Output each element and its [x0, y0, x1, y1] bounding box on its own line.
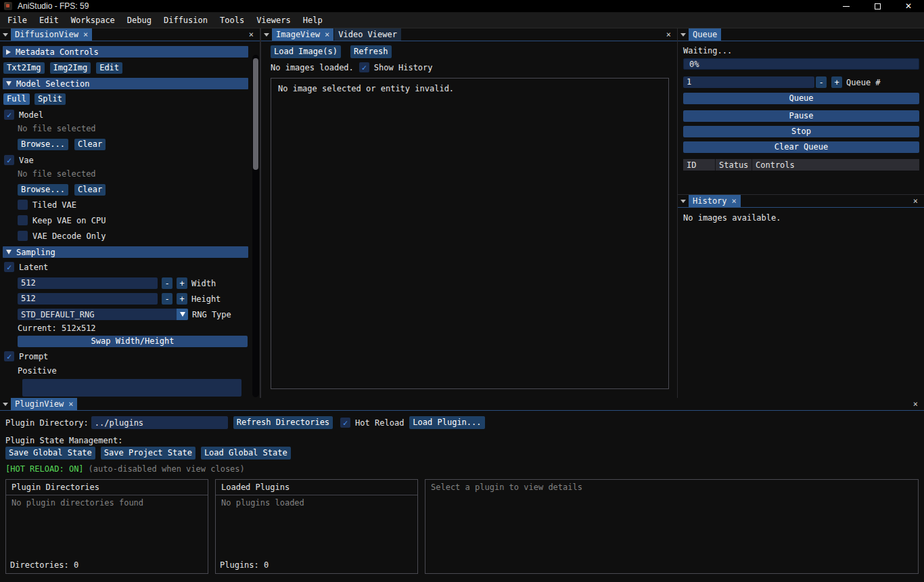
hot-reload-checkbox[interactable]: ✓	[340, 418, 350, 428]
model-checkbox[interactable]: ✓	[4, 110, 14, 120]
tab-close-icon[interactable]: ×	[732, 196, 737, 206]
vae-label: Vae	[19, 156, 34, 165]
panel-close-icon[interactable]: ×	[910, 398, 921, 410]
txt2img-button[interactable]: Txt2Img	[3, 62, 45, 74]
menu-viewers[interactable]: Viewers	[250, 12, 297, 28]
queue-button[interactable]: Queue	[683, 93, 919, 104]
pause-button[interactable]: Pause	[683, 110, 919, 122]
full-layout-button[interactable]: Full	[3, 93, 30, 105]
swap-width-height-button[interactable]: Swap Width/Height	[18, 336, 248, 347]
height-plus-button[interactable]: +	[177, 293, 187, 305]
rng-type-combo[interactable]: STD_DEFAULT_RNG	[18, 309, 188, 320]
menu-debug[interactable]: Debug	[121, 12, 158, 28]
split-layout-button[interactable]: Split	[34, 93, 66, 105]
combo-arrow-icon[interactable]	[177, 309, 188, 320]
show-history-label: Show History	[374, 63, 433, 72]
positive-prompt-input[interactable]	[22, 379, 241, 397]
save-global-state-button[interactable]: Save Global State	[5, 447, 95, 460]
latent-checkbox[interactable]: ✓	[4, 262, 14, 272]
refresh-directories-button[interactable]: Refresh Directories	[233, 416, 333, 429]
width-input[interactable]	[18, 277, 158, 289]
latent-label: Latent	[19, 263, 48, 272]
show-history-checkbox[interactable]: ✓	[359, 62, 369, 72]
tab-close-icon[interactable]: ×	[325, 30, 329, 39]
keep-vae-cpu-label: Keep VAE on CPU	[32, 216, 106, 225]
refresh-button[interactable]: Refresh	[350, 45, 392, 58]
window-menu-icon[interactable]	[678, 195, 689, 207]
check-icon: ✓	[7, 156, 11, 165]
menu-workspace[interactable]: Workspace	[65, 12, 121, 28]
panel-close-icon[interactable]: ×	[910, 195, 921, 207]
tab-queue[interactable]: Queue	[689, 28, 721, 41]
window-menu-icon[interactable]	[0, 28, 11, 41]
window-menu-icon[interactable]	[261, 28, 272, 41]
clear-queue-button[interactable]: Clear Queue	[683, 141, 919, 153]
height-input[interactable]	[18, 293, 158, 305]
plugin-directory-input[interactable]	[91, 416, 228, 429]
prompt-checkbox[interactable]: ✓	[4, 351, 14, 361]
model-selection-header[interactable]: Model Selection	[3, 78, 248, 89]
height-label: Height	[191, 294, 221, 304]
stop-button[interactable]: Stop	[683, 126, 919, 137]
width-minus-button[interactable]: -	[162, 277, 172, 289]
maximize-icon[interactable]	[862, 0, 893, 12]
hot-reload-status: [HOT RELOAD: ON]	[5, 464, 84, 474]
current-size-text: Current: 512x512	[18, 323, 96, 333]
queue-count-input[interactable]	[683, 76, 814, 88]
menu-help[interactable]: Help	[297, 12, 329, 28]
minimize-icon[interactable]	[831, 0, 862, 12]
vae-clear-button[interactable]: Clear	[74, 184, 106, 196]
model-file-status: No file selected	[18, 124, 96, 133]
queue-table-header-controls: Controls	[752, 159, 919, 171]
close-icon[interactable]: ✕	[893, 0, 924, 12]
scrollbar-track[interactable]	[252, 55, 259, 397]
tiled-vae-checkbox[interactable]	[18, 200, 28, 210]
menu-diffusion[interactable]: Diffusion	[158, 12, 214, 28]
diffusion-panel: DiffusionView × × Metadata Controls Txt2…	[0, 28, 260, 398]
height-minus-button[interactable]: -	[162, 293, 172, 305]
tab-close-icon[interactable]: ×	[68, 399, 73, 409]
titlebar: AniStudio - FPS: 59 ✕	[0, 0, 924, 12]
tab-pluginview[interactable]: PluginView ×	[11, 398, 77, 410]
width-plus-button[interactable]: +	[177, 277, 187, 289]
edit-button[interactable]: Edit	[96, 62, 122, 74]
vae-checkbox[interactable]: ✓	[4, 155, 14, 165]
img2img-button[interactable]: Img2Img	[50, 62, 91, 74]
load-plugin-button[interactable]: Load Plugin...	[409, 416, 484, 429]
queue-progress-bar: 0%	[683, 58, 919, 70]
model-browse-button[interactable]: Browse...	[18, 139, 68, 150]
history-panel: History × × No images available.	[678, 195, 924, 398]
menu-edit[interactable]: Edit	[33, 12, 65, 28]
hot-reload-label: Hot Reload	[355, 418, 404, 428]
load-images-button[interactable]: Load Image(s)	[271, 45, 341, 58]
window-title: AniStudio - FPS: 59	[18, 1, 89, 11]
vae-file-status: No file selected	[18, 169, 96, 179]
panel-close-icon[interactable]: ×	[664, 28, 674, 41]
metadata-controls-header[interactable]: Metadata Controls	[3, 46, 248, 58]
tab-close-icon[interactable]: ×	[83, 30, 88, 39]
tab-imageview[interactable]: ImageView ×	[272, 28, 333, 41]
queue-minus-button[interactable]: -	[816, 76, 827, 88]
panel-close-icon[interactable]: ×	[246, 28, 256, 41]
plugins-count: Plugins: 0	[220, 560, 269, 570]
sampling-header[interactable]: Sampling	[3, 246, 248, 258]
tab-diffusionview[interactable]: DiffusionView ×	[11, 28, 92, 41]
vae-decode-only-checkbox[interactable]	[18, 231, 28, 241]
load-global-state-button[interactable]: Load Global State	[201, 447, 291, 460]
tab-video-viewer[interactable]: Video Viewer	[334, 28, 401, 41]
loaded-plugins-box: Loaded Plugins No plugins loaded Plugins…	[215, 479, 418, 574]
menu-tools[interactable]: Tools	[214, 12, 250, 28]
save-project-state-button[interactable]: Save Project State	[101, 447, 195, 460]
tab-history[interactable]: History ×	[689, 195, 741, 207]
queue-plus-button[interactable]: +	[831, 76, 842, 88]
plugin-tabbar: PluginView × ×	[0, 398, 924, 411]
scrollbar-thumb[interactable]	[253, 58, 258, 170]
keep-vae-cpu-checkbox[interactable]	[18, 215, 28, 225]
model-clear-button[interactable]: Clear	[74, 139, 106, 150]
window-menu-icon[interactable]	[0, 398, 11, 410]
expanded-arrow-icon	[6, 81, 11, 86]
vae-browse-button[interactable]: Browse...	[18, 184, 68, 196]
plugin-details-box: Select a plugin to view details	[425, 479, 919, 574]
menu-file[interactable]: File	[1, 12, 33, 28]
window-menu-icon[interactable]	[678, 28, 689, 41]
